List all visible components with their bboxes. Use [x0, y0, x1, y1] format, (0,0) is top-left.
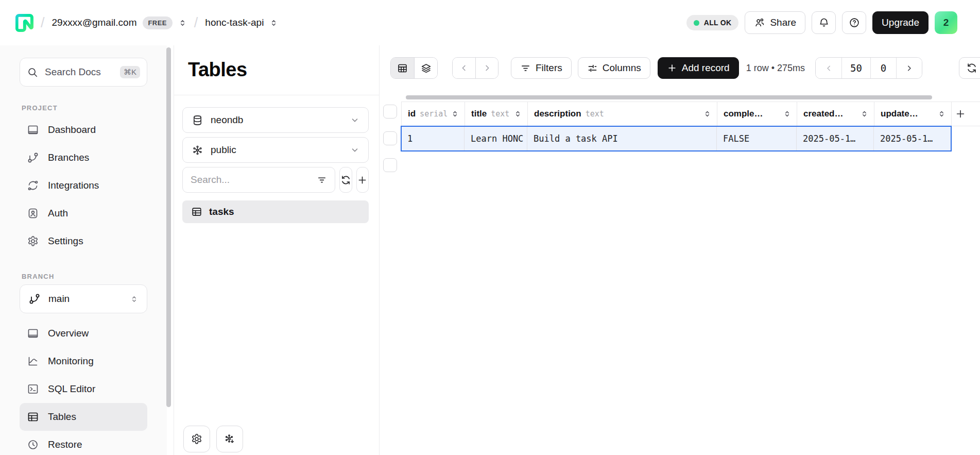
plus-icon — [357, 175, 368, 186]
sort-updown-icon[interactable] — [514, 110, 522, 118]
cell-id[interactable]: 1 — [401, 126, 465, 151]
layers-view-button[interactable] — [414, 58, 437, 78]
cell-updated-at[interactable]: 2025-05-1… — [874, 126, 951, 151]
table-search-input[interactable] — [191, 174, 317, 186]
add-column-button[interactable] — [952, 102, 980, 126]
column-header-completed[interactable]: comple… — [717, 102, 797, 126]
columns-label: Columns — [603, 62, 641, 74]
horizontal-scrollbar[interactable] — [406, 95, 932, 99]
git-branch-icon — [28, 293, 41, 305]
sort-updown-icon[interactable] — [703, 110, 711, 118]
question-circle-icon — [849, 17, 860, 28]
grid-header-row: id serial title text description text — [401, 102, 980, 126]
branch-section-label: BRANCH — [22, 273, 147, 280]
branch-selector[interactable]: main — [20, 284, 147, 313]
add-record-label: Add record — [682, 62, 730, 74]
export-schema-button[interactable] — [216, 426, 243, 452]
sidebar-item-overview[interactable]: Overview — [20, 319, 147, 347]
cell-created-at[interactable]: 2025-05-1… — [797, 126, 874, 151]
chevron-down-icon — [350, 145, 359, 155]
notification-count-badge[interactable]: 2 — [935, 11, 957, 34]
sidebar-item-branches[interactable]: Branches — [20, 144, 147, 172]
cell-description[interactable]: Build a task API — [527, 126, 717, 151]
column-header-description[interactable]: description text — [528, 102, 717, 126]
sidebar-item-restore[interactable]: Restore — [20, 431, 147, 455]
account-selector[interactable]: 29xxxx@gmail.com FREE — [52, 16, 187, 29]
table-settings-button[interactable] — [183, 426, 210, 452]
status-badge[interactable]: ALL OK — [686, 15, 739, 30]
column-header-updated[interactable]: update… — [874, 102, 952, 126]
cell-value: FALSE — [723, 133, 749, 144]
refresh-tables-button[interactable] — [339, 167, 352, 193]
table-list-item-tasks[interactable]: tasks — [182, 200, 369, 223]
column-header-title[interactable]: title text — [465, 102, 528, 126]
table-row[interactable]: 1 Learn HONC Build a task API FALSE 2025… — [401, 126, 951, 151]
tables-panel: Tables neondb public — [174, 45, 380, 455]
table-icon — [27, 411, 39, 423]
project-selector[interactable]: honc-task-api — [205, 17, 278, 28]
cell-value: 2025-05-1… — [880, 133, 933, 144]
column-name: created… — [803, 109, 843, 119]
sort-updown-icon[interactable] — [451, 110, 459, 118]
sidebar-item-settings[interactable]: Settings — [20, 227, 147, 255]
row-checkbox[interactable] — [383, 131, 397, 145]
pagination-next-button[interactable] — [896, 58, 922, 78]
filter-lines-icon[interactable] — [317, 175, 327, 185]
column-type: text — [491, 109, 509, 119]
sidebar-scrollbar[interactable] — [166, 47, 171, 407]
sidebar-item-dashboard[interactable]: Dashboard — [20, 116, 147, 144]
column-header-created[interactable]: created… — [797, 102, 874, 126]
filters-button[interactable]: Filters — [511, 57, 572, 79]
column-name: title — [471, 109, 487, 119]
sort-updown-icon[interactable] — [783, 110, 791, 118]
column-name: id — [408, 109, 416, 119]
window-icon — [27, 124, 39, 136]
table-icon — [191, 206, 202, 217]
sidebar-item-monitoring[interactable]: Monitoring — [20, 347, 147, 375]
pagination-prev-button[interactable] — [816, 58, 841, 78]
search-docs-label: Search Docs — [45, 66, 101, 78]
sidebar-item-label: Restore — [48, 439, 82, 450]
plus-icon — [955, 108, 966, 120]
sidebar-item-tables[interactable]: Tables — [20, 403, 147, 431]
plan-badge: FREE — [143, 16, 173, 29]
share-button[interactable]: Share — [745, 11, 805, 34]
next-page-button[interactable] — [475, 58, 498, 78]
help-button[interactable] — [842, 11, 866, 34]
status-label: ALL OK — [704, 19, 732, 27]
sidebar-item-label: Overview — [48, 328, 89, 339]
search-docs-button[interactable]: Search Docs ⌘K — [20, 58, 147, 87]
upgrade-label: Upgrade — [882, 17, 919, 28]
sort-updown-icon[interactable] — [938, 110, 945, 118]
select-all-checkbox[interactable] — [383, 105, 397, 119]
project-name: honc-task-api — [205, 17, 264, 28]
sidebar-item-auth[interactable]: Auth — [20, 199, 147, 227]
refresh-data-button[interactable] — [959, 57, 980, 79]
schema-selector-value: public — [211, 144, 236, 156]
upgrade-button[interactable]: Upgrade — [872, 11, 929, 34]
grid-view-button[interactable] — [391, 58, 414, 78]
column-header-id[interactable]: id serial — [402, 102, 465, 126]
page-offset-field[interactable]: 0 — [870, 58, 896, 78]
column-type: text — [586, 109, 604, 119]
add-record-button[interactable]: Add record — [658, 57, 739, 79]
share-label: Share — [770, 17, 796, 28]
page-size-field[interactable]: 50 — [841, 58, 870, 78]
refresh-icon — [340, 175, 351, 186]
cell-title[interactable]: Learn HONC — [465, 126, 527, 151]
database-selector[interactable]: neondb — [182, 107, 369, 133]
schema-download-icon — [223, 433, 236, 445]
cell-value: Build a task API — [534, 133, 618, 144]
sidebar-item-integrations[interactable]: Integrations — [20, 172, 147, 199]
chevron-down-icon — [350, 115, 359, 125]
row-checkbox[interactable] — [383, 158, 397, 172]
cell-completed[interactable]: FALSE — [717, 126, 797, 151]
schema-selector[interactable]: public — [182, 137, 369, 163]
prev-page-button[interactable] — [453, 58, 475, 78]
notifications-button[interactable] — [812, 11, 836, 34]
sort-updown-icon[interactable] — [861, 110, 868, 118]
columns-button[interactable]: Columns — [578, 57, 650, 79]
sidebar-item-sql-editor[interactable]: SQL Editor — [20, 375, 147, 403]
add-table-button[interactable] — [356, 167, 369, 193]
neon-logo-icon[interactable] — [15, 14, 33, 32]
